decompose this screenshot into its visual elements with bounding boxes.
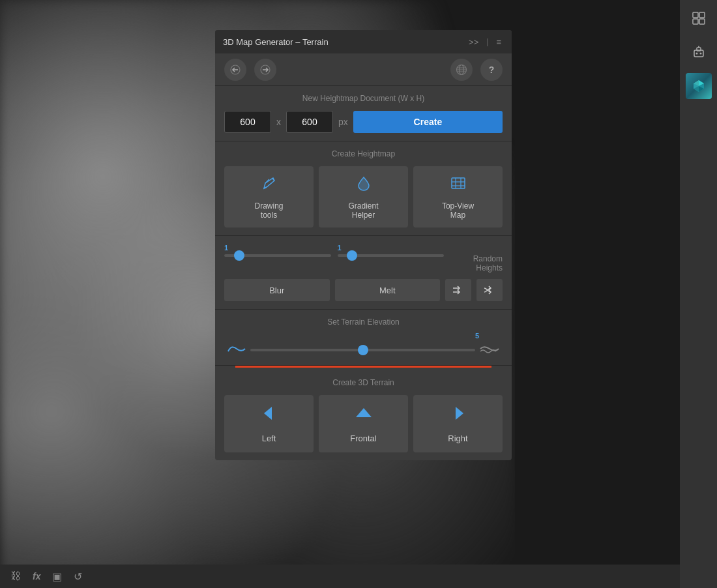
melt-slider[interactable] <box>338 254 445 257</box>
panel-menu-btn[interactable]: ≡ <box>493 36 504 48</box>
fx-label[interactable]: fx <box>33 571 40 581</box>
sliders-section: 1 1 RandomHeights Blur Melt <box>215 236 512 310</box>
bottom-toolbar: ⛓ fx ▣ ↺ <box>0 565 680 588</box>
left-terrain-btn[interactable]: Left <box>224 395 314 452</box>
heightmap-doc-section: New Heightmap Document (W x H) 600 x 600… <box>215 86 512 141</box>
elevation-value: 5 <box>475 332 479 340</box>
terrain3d-section: Create 3D Terrain Left Frontal <box>215 370 512 460</box>
elevation-slider[interactable] <box>250 349 475 351</box>
panel-nav: ? <box>215 53 512 86</box>
help-icon: ? <box>489 65 495 75</box>
svg-rect-1 <box>699 12 705 18</box>
width-input[interactable]: 600 <box>224 111 271 133</box>
red-annotation-line <box>224 366 503 368</box>
drawing-tools-btn[interactable]: Drawingtools <box>224 166 314 228</box>
terrain3d-title: Create 3D Terrain <box>224 378 503 387</box>
px-label: px <box>338 117 348 127</box>
blur-btn[interactable]: Blur <box>224 279 330 301</box>
heightmap-buttons-grid: Drawingtools GradientHelper <box>224 166 503 228</box>
sliders-row: 1 1 RandomHeights <box>224 244 503 272</box>
pencil-icon <box>260 174 278 196</box>
panel-expand-btn[interactable]: >> <box>466 36 481 48</box>
gradient-helper-btn[interactable]: GradientHelper <box>319 166 408 228</box>
heightmap-row: 600 x 600 px Create <box>224 111 503 133</box>
right-terrain-label: Right <box>448 434 467 443</box>
map-icon <box>449 174 467 196</box>
chain-icon[interactable]: ⛓ <box>10 570 21 582</box>
create-heightmap-title: Create Heightmap <box>224 149 503 158</box>
svg-marker-29 <box>456 407 463 420</box>
x-separator: x <box>276 117 281 127</box>
sidebar-icon-robot[interactable] <box>686 39 712 65</box>
random-heights-label: RandomHeights <box>450 244 503 272</box>
elevation-slider-area: 5 <box>224 333 503 357</box>
svg-rect-0 <box>693 12 698 18</box>
frontal-terrain-label: Frontal <box>350 434 376 443</box>
svg-marker-27 <box>264 407 272 420</box>
right-sidebar <box>680 0 717 588</box>
height-input[interactable]: 600 <box>286 111 333 133</box>
panel-divider: | <box>486 37 488 46</box>
refresh-icon[interactable]: ↺ <box>74 570 82 583</box>
terrain-buttons-grid: Left Frontal Right <box>224 395 503 452</box>
action-buttons-row: Blur Melt <box>224 279 503 301</box>
slider1-group: 1 <box>224 244 331 257</box>
nav-back-btn[interactable] <box>224 59 246 81</box>
right-terrain-btn[interactable]: Right <box>413 395 503 452</box>
sidebar-icon-grid[interactable] <box>686 5 712 31</box>
topview-map-label: Top-ViewMap <box>442 201 474 220</box>
shuffle2-btn[interactable] <box>476 279 503 301</box>
nav-globe-btn[interactable] <box>450 59 473 81</box>
heightmap-doc-label: New Heightmap Document (W x H) <box>224 94 503 103</box>
arrow-left-icon <box>259 404 280 427</box>
drop-icon <box>355 174 373 196</box>
frontal-terrain-btn[interactable]: Frontal <box>319 395 408 452</box>
gradient-helper-label: GradientHelper <box>348 201 378 220</box>
nav-help-btn[interactable]: ? <box>480 59 503 81</box>
svg-point-7 <box>699 53 701 55</box>
slider2-group: 1 <box>338 244 445 257</box>
panel-titlebar: 3D Map Generator – Terrain >> | ≡ <box>215 30 512 53</box>
svg-rect-5 <box>697 48 701 51</box>
wave-right-icon <box>479 342 500 357</box>
arrow-right-icon <box>448 404 469 427</box>
arrow-up-icon <box>353 404 374 427</box>
left-terrain-label: Left <box>262 434 276 443</box>
create-heightmap-section: Create Heightmap Drawingtools <box>215 141 512 236</box>
svg-rect-2 <box>693 19 698 24</box>
main-panel: 3D Map Generator – Terrain >> | ≡ <box>215 30 512 460</box>
svg-marker-28 <box>356 408 372 417</box>
elevation-track-row <box>227 333 500 357</box>
adjust-icon[interactable]: ▣ <box>52 570 62 583</box>
svg-rect-3 <box>699 19 705 24</box>
panel-title: 3D Map Generator – Terrain <box>223 37 461 47</box>
blur-slider[interactable] <box>224 254 331 257</box>
svg-point-6 <box>695 53 697 55</box>
wave-left-icon <box>227 342 246 357</box>
nav-forward-btn[interactable] <box>254 59 276 81</box>
create-btn[interactable]: Create <box>353 111 503 133</box>
drawing-tools-label: Drawingtools <box>254 201 283 220</box>
elevation-title: Set Terrain Elevation <box>224 317 503 327</box>
topview-map-btn[interactable]: Top-ViewMap <box>413 166 503 228</box>
svg-point-9 <box>698 46 699 48</box>
elevation-section: Set Terrain Elevation 5 <box>215 310 512 366</box>
sidebar-icon-gem[interactable] <box>686 73 712 99</box>
melt-btn[interactable]: Melt <box>335 279 441 301</box>
svg-rect-26 <box>452 178 465 188</box>
shuffle1-btn[interactable] <box>445 279 471 301</box>
